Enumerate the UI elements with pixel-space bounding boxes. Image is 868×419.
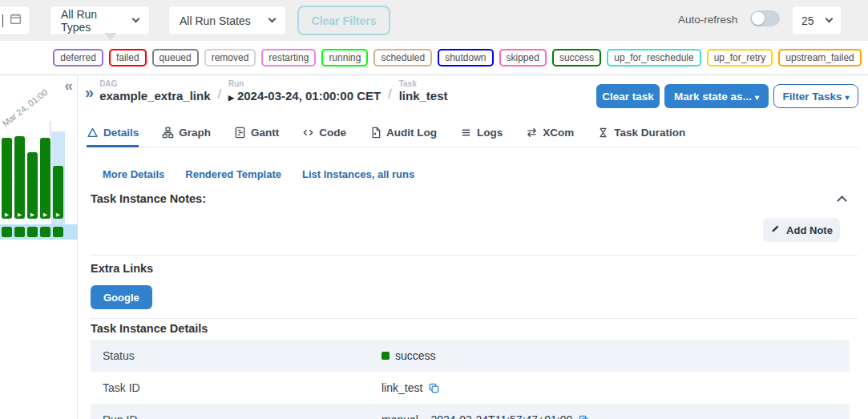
graph-icon: [162, 127, 174, 139]
play-icon: ▶: [14, 212, 25, 218]
run-bar-3[interactable]: ▶: [27, 152, 38, 219]
extra-links-title: Extra Links: [91, 262, 153, 275]
state-badge-scheduled: scheduled: [373, 49, 432, 66]
detail-row-run-id: Run IDmanual__2024-03-24T11:57:47+01:00: [91, 404, 850, 419]
collapse-sidebar-icon[interactable]: «: [64, 78, 73, 93]
filter-bar-notch: [104, 33, 117, 40]
tab-details[interactable]: Details: [87, 118, 139, 147]
hourglass-icon: [597, 127, 609, 139]
auto-refresh-toggle[interactable]: [750, 10, 780, 26]
task-instance-details-table: StatussuccessTask IDlink_testRun IDmanua…: [91, 340, 850, 419]
detail-value: link_test: [382, 381, 440, 394]
run-bar-5-selected[interactable]: ▶: [53, 166, 63, 219]
detail-tabs: DetailsGraphGanttCodeAudit LogLogsXComTa…: [87, 118, 858, 147]
run-name[interactable]: ▶2024-03-24, 01:00:00 CET: [228, 89, 381, 103]
run-bar-1[interactable]: ▶: [2, 138, 12, 219]
chevron-down-icon: [826, 15, 834, 23]
state-legend: deferredfailedqueuedremovedrestartingrun…: [0, 41, 868, 75]
task-square-5[interactable]: [53, 227, 63, 237]
tab-xcom[interactable]: XCom: [526, 118, 574, 147]
state-badge-skipped: skipped: [499, 49, 547, 66]
play-icon: ▶: [27, 212, 38, 218]
run-bar-2[interactable]: ▶: [14, 136, 25, 219]
status-square-icon: [382, 352, 390, 360]
auto-refresh-label: Auto-refresh: [678, 14, 737, 26]
detail-row-status: Statussuccess: [91, 340, 850, 372]
tab-audit-log[interactable]: Audit Log: [369, 118, 437, 147]
run-types-select[interactable]: All Run Types: [50, 6, 150, 35]
tab-gantt[interactable]: Gantt: [234, 118, 279, 147]
detail-value-text: success: [395, 349, 436, 362]
clear-filters-button[interactable]: Clear Filters: [297, 6, 390, 35]
extra-link-google-button[interactable]: Google: [91, 285, 152, 309]
gantt-icon: [234, 127, 246, 139]
dag-name[interactable]: example_extra_link: [99, 89, 210, 103]
state-badge-failed: failed: [109, 49, 147, 66]
tab-label: Graph: [179, 127, 211, 139]
state-badge-removed: removed: [204, 49, 256, 66]
date-picker-input[interactable]: [0, 6, 30, 35]
task-square-4[interactable]: [40, 227, 50, 237]
detail-value-text: manual__2024-03-24T11:57:47+01:00: [382, 413, 572, 419]
task-label: Task: [399, 79, 448, 88]
tab-label: XCom: [543, 127, 574, 139]
dag-label: DAG: [99, 79, 210, 88]
expand-panel-icon[interactable]: »: [85, 84, 92, 100]
section-divider: [91, 255, 858, 256]
page-size-value: 25: [801, 14, 814, 27]
run-states-select[interactable]: All Run States: [168, 6, 286, 35]
tab-graph[interactable]: Graph: [162, 118, 211, 147]
xcom-icon: [526, 127, 538, 139]
task-instance-notes-title: Task Instance Notes:: [91, 192, 206, 205]
detail-value-text: link_test: [382, 381, 422, 394]
tab-label: Code: [319, 127, 346, 139]
task-square-1[interactable]: [2, 227, 12, 237]
text-cursor: [2, 14, 3, 27]
link-list-instances-all-runs[interactable]: List Instances, all runs: [302, 168, 414, 180]
state-badge-upstream_failed: upstream_failed: [778, 49, 861, 66]
tab-label: Audit Log: [386, 127, 437, 139]
breadcrumb: » DAG example_extra_link / Run ▶2024-03-…: [85, 79, 448, 103]
detail-value: manual__2024-03-24T11:57:47+01:00: [382, 413, 590, 419]
copy-icon[interactable]: [428, 382, 440, 394]
details-icon: [87, 127, 99, 139]
task-name[interactable]: link_test: [399, 89, 448, 103]
state-badge-shutdown: shutdown: [438, 49, 493, 66]
axis-tick: [50, 121, 50, 136]
audit-icon: [369, 127, 382, 139]
copy-icon[interactable]: [578, 414, 590, 419]
detail-key: Run ID: [91, 413, 382, 419]
chevron-down-icon: [132, 15, 140, 23]
logs-icon: [460, 127, 472, 139]
link-more-details[interactable]: More Details: [103, 168, 164, 180]
add-note-button[interactable]: Add Note: [763, 218, 840, 242]
tab-label: Gantt: [251, 127, 279, 139]
task-instance-squares: [2, 227, 63, 237]
tab-logs[interactable]: Logs: [460, 118, 503, 147]
tab-task-duration[interactable]: Task Duration: [597, 118, 685, 147]
task-instance-details-title: Task Instance Details: [91, 322, 208, 335]
run-bar-4[interactable]: ▶: [40, 138, 50, 219]
detail-key: Task ID: [91, 381, 382, 394]
task-square-3[interactable]: [27, 227, 38, 237]
chevron-up-icon[interactable]: [837, 195, 847, 206]
detail-value: success: [382, 349, 436, 362]
run-duration-bars: ▶▶▶▶▶: [2, 136, 66, 219]
pencil-icon: [770, 224, 781, 236]
mark-state-as-button[interactable]: Mark state as...▾: [664, 84, 769, 108]
filter-tasks-button[interactable]: Filter Tasks▾: [773, 84, 858, 108]
section-divider: [91, 318, 858, 319]
play-icon: ▶: [228, 94, 234, 102]
quick-links: More DetailsRendered TemplateList Instan…: [103, 168, 414, 180]
clear-task-button[interactable]: Clear task: [596, 84, 660, 108]
state-badge-up_for_reschedule: up_for_reschedule: [607, 49, 700, 66]
link-rendered-template[interactable]: Rendered Template: [185, 168, 281, 180]
filter-bar: All Run Types All Run States Clear Filte…: [0, 0, 868, 41]
page-size-select[interactable]: 25: [792, 6, 842, 35]
task-square-2[interactable]: [14, 227, 25, 237]
tab-code[interactable]: Code: [302, 118, 346, 147]
state-badge-running: running: [321, 49, 368, 66]
toggle-knob: [752, 12, 765, 25]
state-badge-success: success: [552, 49, 601, 66]
extra-links-buttons: Google: [91, 285, 152, 309]
